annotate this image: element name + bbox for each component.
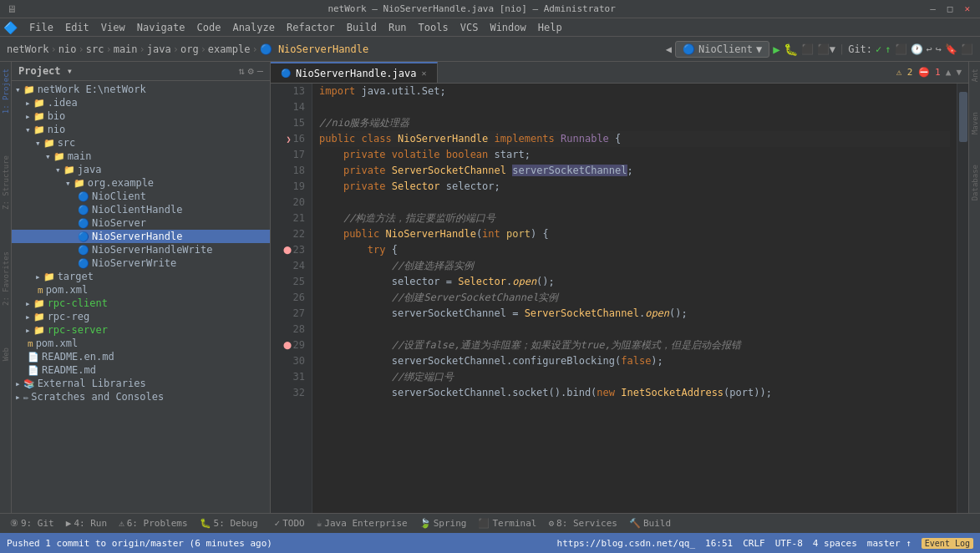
editor-scrollbar[interactable]: – – [957, 84, 968, 513]
tree-item-NioClient[interactable]: 🔵 NioClient [12, 190, 270, 203]
tree-label-java: java [78, 164, 102, 175]
tree-item-NioServerHandle[interactable]: 🔵 NioServerHandle [12, 230, 270, 243]
menu-item-refactor[interactable]: Refactor [282, 20, 340, 35]
git-bottom-btn[interactable]: ⑨ 9: Git [7, 518, 58, 529]
build-btn[interactable]: 🔨 Build [626, 518, 674, 529]
menu-item-view[interactable]: View [96, 20, 130, 35]
breakpoint-icon-23[interactable]: ⬤ [283, 242, 292, 258]
close-btn[interactable]: ✕ [961, 3, 973, 14]
java-enterprise-btn[interactable]: ☕ Java Enterprise [313, 518, 411, 529]
tree-item-scratches[interactable]: ▸ ✏ Scratches and Consoles [12, 390, 270, 403]
tree-item-target[interactable]: ▸ 📁 target [12, 270, 270, 283]
tree-item-NioServerHandleWrite[interactable]: 🔵 NioServerHandleWrite [12, 243, 270, 256]
tree-item-readme-en[interactable]: 📄 README.en.md [12, 350, 270, 363]
status-charset[interactable]: UTF-8 [775, 538, 803, 549]
status-git-master[interactable]: master ↑ [867, 538, 911, 549]
code-content[interactable]: import java.util.Set; //nio服务端处理器 public… [312, 84, 957, 513]
menu-item-tools[interactable]: Tools [414, 20, 454, 35]
redo-btn[interactable]: ↪ [936, 43, 942, 55]
tree-item-rpc-client[interactable]: ▸ 📁 rpc-client [12, 297, 270, 310]
scroll-down-btn[interactable]: ▼ [956, 67, 962, 78]
run-config-dropdown[interactable]: ▼ [756, 43, 762, 55]
scrollbar-thumb[interactable] [959, 92, 967, 142]
menu-item-build[interactable]: Build [342, 20, 382, 35]
tree-item-NioServer[interactable]: 🔵 NioServer [12, 216, 270, 230]
tree-item-nio[interactable]: ▾ 📁 nio [12, 123, 270, 136]
run-config[interactable]: 🔵 NioClient ▼ [675, 41, 769, 58]
menu-item-navigate[interactable]: Navigate [132, 20, 190, 35]
tree-item-netWork[interactable]: ▾ 📁 netWork E:\netWork [12, 83, 270, 96]
tree-item-idea[interactable]: ▸ 📁 .idea [12, 96, 270, 109]
left-icon-web[interactable]: Web [1, 344, 11, 364]
build-icon: 🔨 [629, 518, 641, 529]
menu-item-window[interactable]: Window [485, 20, 531, 35]
breadcrumb-src[interactable]: src [86, 43, 104, 55]
tree-item-rpc-reg[interactable]: ▸ 📁 rpc-reg [12, 310, 270, 323]
tree-item-bio[interactable]: ▸ 📁 bio [12, 109, 270, 123]
status-crlf[interactable]: CRLF [743, 538, 765, 549]
editor-tab-NioServerHandle[interactable]: 🔵 NioServerHandle.java ✕ [271, 62, 438, 83]
tree-item-ext-libs[interactable]: ▸ 📚 External Libraries [12, 377, 270, 390]
menu-item-code[interactable]: Code [192, 20, 226, 35]
right-icon-database[interactable]: Database [970, 161, 980, 204]
bookmark-btn[interactable]: 🔖 [945, 43, 957, 55]
scroll-up-btn[interactable]: ▲ [946, 67, 952, 78]
more-run-btn[interactable]: ⬛▼ [817, 43, 835, 55]
tree-item-NioServerWrite[interactable]: 🔵 NioServerWrite [12, 256, 270, 270]
tree-item-rpc-server[interactable]: ▸ 📁 rpc-server [12, 323, 270, 337]
panel-collapse-btn[interactable]: ⇅ [238, 65, 244, 77]
git-history[interactable]: 🕐 [911, 43, 923, 55]
tree-item-pom-nio[interactable]: m pom.xml [12, 283, 270, 297]
breadcrumb-file[interactable]: 🔵 NioServerHandle [260, 43, 369, 55]
tree-item-main[interactable]: ▾ 📁 main [12, 150, 270, 163]
todo-btn[interactable]: ✓ TODO [272, 518, 308, 529]
tree-item-pom-root[interactable]: m pom.xml [12, 337, 270, 350]
menu-item-file[interactable]: File [24, 20, 58, 35]
tree-item-NioClientHandle[interactable]: 🔵 NioClientHandle [12, 203, 270, 216]
coverage-btn[interactable]: ⬛ [801, 43, 814, 55]
debug-btn[interactable]: 🐛 [784, 43, 798, 56]
event-log-btn[interactable]: Event Log [922, 538, 973, 549]
git-check[interactable]: ✓ [876, 43, 881, 55]
breakpoint-icon-29[interactable]: ⬤ [283, 337, 292, 353]
run-btn[interactable]: ▶ [773, 43, 779, 56]
breadcrumb-main[interactable]: main [114, 43, 138, 55]
breadcrumb-netWork[interactable]: netWork [7, 43, 49, 55]
menu-item-edit[interactable]: Edit [60, 20, 94, 35]
menu-item-run[interactable]: Run [383, 20, 412, 35]
tree-item-readme[interactable]: 📄 README.md [12, 363, 270, 377]
status-indent[interactable]: 4 spaces [813, 538, 857, 549]
breadcrumb-nio[interactable]: nio [58, 43, 77, 55]
services-btn[interactable]: ⚙ 8: Services [545, 518, 620, 529]
maximize-btn[interactable]: □ [944, 3, 957, 14]
layout-btn[interactable]: ⬛ [961, 43, 973, 55]
folder-icon: 📁 [23, 84, 35, 95]
git-up[interactable]: ↑ [885, 43, 891, 55]
minimize-btn[interactable]: – [927, 3, 939, 14]
problems-btn[interactable]: ⚠ 6: Problems [115, 518, 190, 529]
panel-close-btn[interactable]: – [257, 65, 263, 77]
breadcrumb-org[interactable]: org [180, 43, 199, 55]
right-icon-ant[interactable]: Ant [970, 65, 980, 85]
tab-close-btn[interactable]: ✕ [422, 68, 427, 78]
menu-item-help[interactable]: Help [533, 20, 567, 35]
menu-item-vcs[interactable]: VCS [455, 20, 484, 35]
right-icon-maven[interactable]: Maven [970, 109, 980, 138]
panel-settings-btn[interactable]: ⚙ [248, 65, 254, 77]
breadcrumb-java[interactable]: java [147, 43, 171, 55]
left-icon-project[interactable]: 1: Project [1, 65, 11, 117]
tree-item-java[interactable]: ▾ 📁 java [12, 163, 270, 176]
tree-item-src[interactable]: ▾ 📁 src [12, 136, 270, 150]
terminal-btn[interactable]: ⬛ Terminal [475, 518, 540, 529]
undo-btn[interactable]: ↩ [927, 43, 932, 55]
left-icon-structure[interactable]: Z: Structure [1, 152, 11, 213]
breadcrumb-example[interactable]: example [208, 43, 251, 55]
spring-btn[interactable]: 🍃 Spring [416, 518, 470, 529]
left-icon-favorites[interactable]: 2: Favorites [1, 248, 11, 309]
run-bottom-btn[interactable]: ▶ 4: Run [63, 518, 110, 529]
tree-item-org-example[interactable]: ▾ 📁 org.example [12, 176, 270, 190]
debug-bottom-btn[interactable]: 🐛 5: Debug [196, 518, 262, 529]
back-btn[interactable]: ◀ [666, 43, 672, 55]
git-more[interactable]: ⬛ [895, 43, 907, 55]
menu-item-analyze[interactable]: Analyze [227, 20, 280, 35]
